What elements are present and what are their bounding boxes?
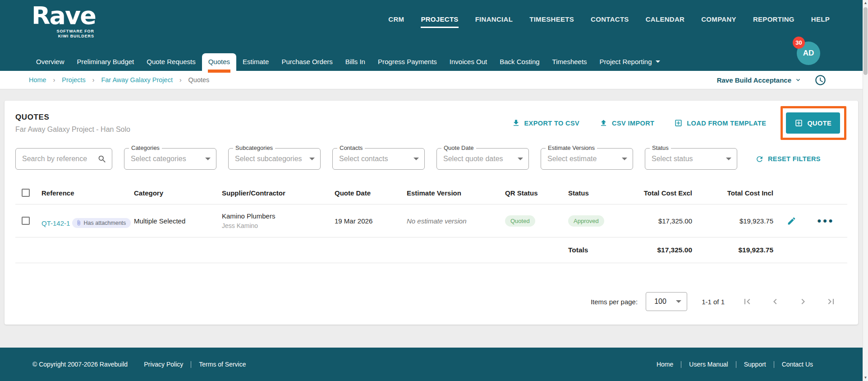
reset-filters-button[interactable]: RESET FILTERS <box>755 155 821 163</box>
contact-us-link[interactable]: Contact Us <box>782 361 813 368</box>
dropdown-arrow-icon <box>676 300 681 303</box>
breadcrumb-home[interactable]: Home <box>29 76 46 84</box>
filters-row: Categories Select categories Subcategori… <box>15 148 847 170</box>
page-title: QUOTES <box>15 113 130 122</box>
select-all-checkbox[interactable] <box>22 189 30 197</box>
col-quote-date: Quote Date <box>335 189 407 197</box>
prev-page-icon[interactable] <box>770 296 781 307</box>
user-menu[interactable]: AD 30 <box>797 42 820 65</box>
items-per-page-label: Items per page: <box>591 298 638 306</box>
build-selector[interactable]: Rave Build Acceptance <box>717 76 802 84</box>
tab-timesheets[interactable]: Timesheets <box>546 53 593 71</box>
nav-financial[interactable]: FINANCIAL <box>475 15 513 28</box>
load-from-template-button[interactable]: LOAD FROM TEMPLATE <box>674 119 766 127</box>
breadcrumb-current: Quotes <box>188 76 210 84</box>
footer-home-link[interactable]: Home <box>657 361 673 368</box>
totals-excl: $17,325.00 <box>622 246 692 254</box>
pagination: Items per page: 100 1-1 of 1 <box>15 292 847 311</box>
project-tabs: Overview Preliminary Budget Quote Reques… <box>30 53 666 71</box>
search-field <box>15 148 112 170</box>
nav-company[interactable]: COMPANY <box>701 15 736 28</box>
logo-tagline: SOFTWARE FOR KIWI BUILDERS <box>32 29 96 39</box>
subcategories-select[interactable]: Subcategories Select subcategories <box>228 148 321 170</box>
csv-import-button[interactable]: CSV IMPORT <box>599 119 654 127</box>
total-incl-cell: $19,923.75 <box>692 217 773 225</box>
terms-of-service-link[interactable]: Terms of Service <box>199 361 246 368</box>
tab-purchase-orders[interactable]: Purchase Orders <box>275 53 339 71</box>
dropdown-arrow-icon <box>518 158 523 160</box>
search-icon[interactable] <box>97 154 107 164</box>
scrollbar-thumb[interactable] <box>863 7 868 75</box>
items-per-page-select[interactable]: 100 <box>646 292 687 311</box>
tab-project-reporting[interactable]: Project Reporting <box>593 53 666 71</box>
col-estimate-version: Estimate Version <box>407 189 505 197</box>
privacy-policy-link[interactable]: Privacy Policy <box>144 361 183 368</box>
estimate-versions-select[interactable]: Estimate Versions Select estimate <box>541 148 633 170</box>
dropdown-arrow-icon <box>205 158 211 160</box>
last-page-icon[interactable] <box>826 296 836 307</box>
categories-select[interactable]: Categories Select categories <box>124 148 216 170</box>
clock-icon[interactable] <box>814 74 827 86</box>
quote-reference-link[interactable]: QT-142-1 <box>41 219 70 227</box>
export-to-csv-button[interactable]: EXPORT TO CSV <box>512 119 580 127</box>
tab-overview[interactable]: Overview <box>30 53 71 71</box>
card-actions: EXPORT TO CSV CSV IMPORT LOAD FROM TEMPL… <box>512 112 840 134</box>
footer: © Copyright 2007-2026 Ravebuild Privacy … <box>0 348 868 381</box>
attachments-badge: Has attachments <box>72 218 131 228</box>
add-box-icon <box>674 119 683 127</box>
page-range-label: 1-1 of 1 <box>702 298 725 306</box>
support-link[interactable]: Support <box>744 361 766 368</box>
nav-help[interactable]: HELP <box>811 15 830 28</box>
logo-text: Rave <box>32 3 96 29</box>
chevron-down-icon <box>656 60 660 63</box>
scrollbar[interactable]: ▲ ▼ <box>863 0 868 381</box>
tab-estimate[interactable]: Estimate <box>236 53 275 71</box>
copyright-text: © Copyright 2007-2026 Ravebuild <box>32 361 128 368</box>
table-row: QT-142-1 Has attachments Multiple Select… <box>15 204 847 237</box>
pager-controls <box>742 296 836 307</box>
footer-right: Home Users Manual Support Contact Us <box>657 361 813 368</box>
footer-divider <box>191 361 191 368</box>
rave-logo[interactable]: Rave SOFTWARE FOR KIWI BUILDERS <box>32 3 96 39</box>
upload-icon <box>599 119 608 127</box>
reference-cell: QT-142-1 Has attachments <box>41 214 134 228</box>
first-page-icon[interactable] <box>742 296 753 307</box>
notification-badge: 30 <box>793 37 805 49</box>
pencil-icon[interactable] <box>787 216 796 226</box>
next-page-icon[interactable] <box>798 296 808 307</box>
dropdown-arrow-icon <box>726 158 731 160</box>
nav-calendar[interactable]: CALENDAR <box>646 15 685 28</box>
row-checkbox[interactable] <box>22 217 30 225</box>
dropdown-arrow-icon <box>413 158 419 160</box>
footer-divider <box>774 361 774 368</box>
scroll-down-icon[interactable]: ▼ <box>863 375 868 381</box>
tab-bills-in[interactable]: Bills In <box>339 53 372 71</box>
nav-contacts[interactable]: CONTACTS <box>591 15 629 28</box>
nav-projects[interactable]: PROJECTS <box>421 15 458 28</box>
tab-quotes[interactable]: Quotes <box>202 53 236 71</box>
nav-crm[interactable]: CRM <box>388 15 404 28</box>
table-header-row: Reference Category Supplier/Contractor Q… <box>15 184 847 204</box>
quotes-card: QUOTES Far Away Galaxy Project - Han Sol… <box>5 101 858 325</box>
tab-invoices-out[interactable]: Invoices Out <box>443 53 493 71</box>
scroll-up-icon[interactable]: ▲ <box>863 0 868 6</box>
col-total-incl: Total Cost Incl <box>692 189 773 197</box>
contacts-select[interactable]: Contacts Select contacts <box>332 148 425 170</box>
col-reference: Reference <box>41 189 134 197</box>
quote-button[interactable]: QUOTE <box>786 112 840 134</box>
nav-timesheets[interactable]: TIMESHEETS <box>529 15 574 28</box>
tab-quote-requests[interactable]: Quote Requests <box>140 53 202 71</box>
nav-reporting[interactable]: REPORTING <box>753 15 795 28</box>
status-cell: Approved <box>568 215 622 227</box>
tab-preliminary-budget[interactable]: Preliminary Budget <box>71 53 141 71</box>
col-qr-status: QR Status <box>505 189 568 197</box>
ellipsis-icon[interactable]: ●●● <box>817 217 834 225</box>
status-select[interactable]: Status Select status <box>645 148 737 170</box>
users-manual-link[interactable]: Users Manual <box>689 361 728 368</box>
tab-progress-payments[interactable]: Progress Payments <box>372 53 443 71</box>
search-input[interactable] <box>22 155 97 163</box>
tab-back-costing[interactable]: Back Costing <box>493 53 546 71</box>
breadcrumb-projects[interactable]: Projects <box>62 76 85 84</box>
quote-date-select[interactable]: Quote Date Select quote dates <box>436 148 529 170</box>
breadcrumb-project-name[interactable]: Far Away Galaxy Project <box>101 76 173 84</box>
